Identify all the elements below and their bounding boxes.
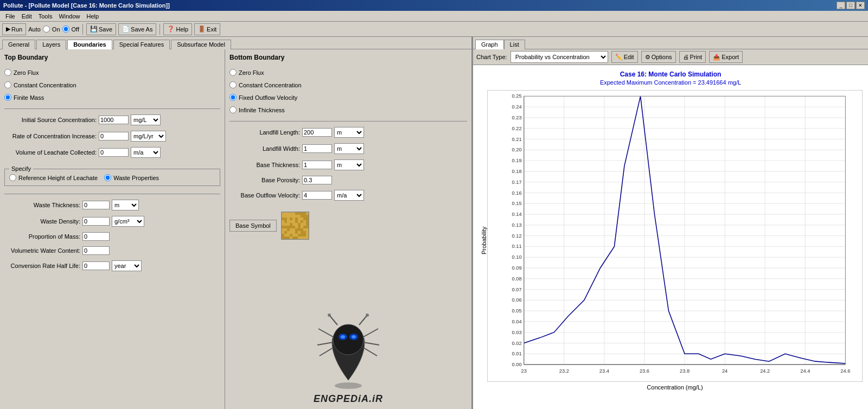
base-thickness-unit[interactable]: m xyxy=(334,159,364,170)
waste-density-input[interactable] xyxy=(82,217,110,226)
specify-fieldset: Specify Reference Height of Leachate Was… xyxy=(4,165,220,186)
waste-props-radio[interactable] xyxy=(104,174,111,181)
chart-type-select[interactable]: Probability vs Concentration xyxy=(510,51,608,63)
run-icon: ▶ xyxy=(6,25,10,33)
menu-help[interactable]: Help xyxy=(84,12,103,21)
svg-text:24.6: 24.6 xyxy=(840,368,850,374)
const-conc-radio[interactable] xyxy=(4,81,11,88)
right-chart-panel: Graph List Chart Type: Probability vs Co… xyxy=(472,37,868,409)
zero-flux-b-radio[interactable] xyxy=(229,69,237,76)
tab-boundaries[interactable]: Boundaries xyxy=(67,40,112,49)
waste-thickness-row: Waste Thickness: m xyxy=(4,200,220,210)
panels: Top Boundary Zero Flux Constant Concentr… xyxy=(0,49,471,409)
svg-text:0.11: 0.11 xyxy=(512,244,522,249)
print-icon: 🖨 xyxy=(683,54,689,60)
chart-tab-list[interactable]: List xyxy=(504,40,525,49)
rate-conc-unit[interactable]: mg/L/yr xyxy=(131,131,166,142)
svg-text:0.00: 0.00 xyxy=(512,362,522,367)
tab-general[interactable]: General xyxy=(2,40,35,49)
base-symbol-button[interactable]: Base Symbol xyxy=(229,220,277,232)
ref-height-radio[interactable] xyxy=(9,174,16,181)
fixed-outflow-label: Fixed Outflow Velocity xyxy=(239,94,297,101)
init-source-input[interactable] xyxy=(99,116,129,124)
svg-point-1 xyxy=(333,324,363,355)
save-as-button[interactable]: 📄 Save As xyxy=(118,23,156,35)
export-button[interactable]: 📤 Export xyxy=(709,51,743,63)
divider-3 xyxy=(229,121,467,122)
svg-line-14 xyxy=(363,342,379,345)
svg-text:0.13: 0.13 xyxy=(512,222,522,228)
svg-text:0.18: 0.18 xyxy=(512,169,522,174)
print-button[interactable]: 🖨 Print xyxy=(679,51,706,63)
base-outflow-input[interactable] xyxy=(302,191,332,200)
svg-text:0.12: 0.12 xyxy=(512,233,522,239)
maximize-button[interactable]: □ xyxy=(846,2,855,9)
main-container: General Layers Boundaries Special Featur… xyxy=(0,37,868,409)
waste-thickness-input[interactable] xyxy=(82,201,110,209)
options-button[interactable]: ⚙ Options xyxy=(641,51,676,63)
vol-leachate-input[interactable] xyxy=(99,148,129,157)
svg-point-0 xyxy=(335,382,362,389)
run-button[interactable]: ▶ Run xyxy=(2,23,26,35)
conv-rate-input[interactable] xyxy=(82,261,110,270)
title-bar-buttons: _ □ ✕ xyxy=(837,2,865,9)
svg-text:24.4: 24.4 xyxy=(800,368,810,374)
landfill-length-unit[interactable]: m xyxy=(334,127,364,138)
save-button[interactable]: 💾 Save xyxy=(86,23,116,35)
tab-subsurface-model[interactable]: Subsurface Model xyxy=(171,40,231,49)
svg-text:0.15: 0.15 xyxy=(512,201,522,206)
landfill-length-input[interactable] xyxy=(302,128,332,137)
divider-1 xyxy=(4,108,220,109)
svg-point-9 xyxy=(366,314,369,317)
tab-special-features[interactable]: Special Features xyxy=(113,40,170,49)
chart-tab-graph[interactable]: Graph xyxy=(475,40,504,49)
waste-thickness-unit[interactable]: m xyxy=(112,200,139,210)
menu-file[interactable]: File xyxy=(2,12,18,21)
vol-water-label: Volumetric Water Content: xyxy=(4,247,80,254)
vol-leachate-unit[interactable]: m/a xyxy=(131,147,161,158)
fixed-outflow-radio[interactable] xyxy=(229,94,237,101)
prop-mass-input[interactable] xyxy=(82,232,110,241)
minimize-button[interactable]: _ xyxy=(837,2,845,9)
base-thickness-input[interactable] xyxy=(302,161,332,169)
const-conc-b-radio[interactable] xyxy=(229,81,237,88)
zero-flux-radio[interactable] xyxy=(4,69,11,76)
base-porosity-input[interactable] xyxy=(302,176,332,184)
exit-button[interactable]: 🚪 Exit xyxy=(194,23,220,35)
close-button[interactable]: ✕ xyxy=(856,2,865,9)
base-outflow-row: Base Outflow Velocity: m/a xyxy=(229,190,467,201)
edit-button[interactable]: ✏️ Edit xyxy=(611,51,638,63)
help-button[interactable]: ❓ Help xyxy=(163,23,192,35)
landfill-width-unit[interactable]: m xyxy=(334,143,364,154)
waste-density-unit[interactable]: g/cm³ xyxy=(112,216,144,227)
edit-icon: ✏️ xyxy=(615,54,623,61)
on-radio[interactable] xyxy=(43,25,50,33)
menu-edit[interactable]: Edit xyxy=(18,12,35,21)
svg-text:23.4: 23.4 xyxy=(599,368,609,374)
chart-type-label: Chart Type: xyxy=(476,54,507,60)
specify-legend: Specify xyxy=(9,165,33,172)
svg-line-7 xyxy=(359,315,367,325)
base-thickness-label: Base Thickness: xyxy=(229,162,300,168)
infinite-thickness-radio[interactable] xyxy=(229,106,237,113)
init-source-unit[interactable]: mg/L xyxy=(131,114,161,125)
menu-window[interactable]: Window xyxy=(55,12,83,21)
const-conc-b-row: Constant Concentration xyxy=(229,81,467,88)
landfill-width-input[interactable] xyxy=(302,144,332,153)
off-radio[interactable] xyxy=(62,25,69,33)
vol-water-input[interactable] xyxy=(82,246,110,255)
base-outflow-unit[interactable]: m/a xyxy=(334,190,364,201)
rate-conc-input[interactable] xyxy=(99,132,129,140)
svg-text:0.06: 0.06 xyxy=(512,297,522,303)
main-tabs: General Layers Boundaries Special Featur… xyxy=(0,37,471,49)
svg-point-8 xyxy=(328,314,331,317)
tab-layers[interactable]: Layers xyxy=(36,40,66,49)
conv-rate-unit[interactable]: year xyxy=(112,260,142,271)
engpedia-text: ENGPEDiA.iR xyxy=(314,393,383,404)
menu-tools[interactable]: Tools xyxy=(35,12,56,21)
svg-text:0.08: 0.08 xyxy=(512,276,522,282)
conv-rate-label: Conversion Rate Half Life: xyxy=(4,263,80,269)
finite-mass-radio[interactable] xyxy=(4,94,11,101)
zero-flux-row: Zero Flux xyxy=(4,69,220,76)
top-boundary-title: Top Boundary xyxy=(4,54,220,61)
